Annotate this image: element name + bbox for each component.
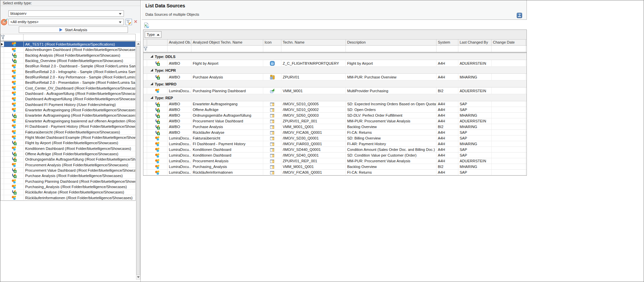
row-indicator	[1, 107, 4, 112]
filter-cell-description[interactable]	[346, 46, 436, 52]
help-icon[interactable]: ?	[517, 13, 522, 18]
entity-type-dropdown[interactable]: <All entity types>	[8, 19, 124, 25]
filter-cell-techn-name[interactable]	[281, 46, 346, 52]
analysis-workbook-icon	[4, 113, 24, 118]
column-header-object-icon[interactable]	[147, 40, 168, 45]
cell-analyzed-object-techn-name: Procurement Value Dashboard	[191, 118, 263, 124]
data-source-row[interactable]: LumiraDocu...Konditionen Dashboard/IMO/V…	[143, 153, 526, 158]
group-row[interactable]: Type: REP	[143, 94, 526, 101]
entity-list-item[interactable]: Flight by Airport (/Root Folder/bluetell…	[1, 140, 135, 146]
filter-cell-system[interactable]	[436, 46, 458, 52]
clear-filter-icon[interactable]: ✕	[133, 19, 138, 24]
entity-list-item[interactable]: Dashboard Auftragserfüllung (/Root Folde…	[1, 96, 135, 102]
entity-list-item[interactable]: Backlog Analysis (/Root Folder/bluetelli…	[1, 53, 135, 58]
group-row[interactable]: Type: DDLS	[143, 53, 526, 60]
entity-list-item[interactable]: Erwarteter Auftragseingang basierend auf…	[1, 118, 135, 124]
column-header-description[interactable]: Description	[346, 40, 436, 45]
entity-list-item[interactable]: BestRun Retail 2.0 - Dashboard - Sample …	[1, 63, 135, 69]
data-source-row[interactable]: LumiraDocu...Rückläuferinformationen/IMO…	[143, 170, 526, 175]
group-expanded-icon[interactable]	[150, 55, 153, 58]
data-source-row[interactable]: AWBOProcurement Value DashboardZPURV01_R…	[143, 118, 526, 124]
cell-last-changed-by: SAP	[458, 147, 492, 152]
chevron-down-icon[interactable]	[119, 21, 122, 23]
data-source-row[interactable]: LumiraDocu...Purchasing_AnalysisVMM_M001…	[143, 164, 526, 170]
entity-list-item[interactable]: Purchase Analysis (/Root Folder/bluetell…	[1, 173, 135, 178]
entity-list-item[interactable]: Offene Aufträge (/Root Folder/bluetellig…	[1, 151, 135, 157]
entity-list-item[interactable]: Abschreibungen Dashboard (/Root Folder/b…	[1, 47, 135, 52]
entity-list-item[interactable]: Dashboard - Auftragserfüllung (/Root Fol…	[1, 91, 135, 96]
entity-label: BestRunRetail 2.0 - Presentation - Sampl…	[24, 80, 135, 85]
entity-list-item[interactable]: Erwarteter Auftragseingang (/Root Folder…	[1, 113, 135, 118]
group-expanded-icon[interactable]	[150, 82, 153, 85]
data-source-row[interactable]: LumiraDocu...Procurement AnalysisZPURV01…	[143, 158, 526, 164]
entity-list-item[interactable]: BestRunRetail 2.0 - Presentation - Sampl…	[1, 80, 135, 85]
entity-list-item[interactable]: Purchasing_Analysis (/Root Folder/bluete…	[1, 184, 135, 189]
filter-icon[interactable]	[1, 35, 5, 39]
filter-cell-change-date[interactable]	[492, 46, 526, 52]
entity-list-item[interactable]: AK_TEST1 (/Root Folder/bluetelligence/Sp…	[1, 42, 135, 47]
start-analysis-button[interactable]: Start Analysis	[19, 26, 128, 33]
group-expanded-icon[interactable]	[150, 96, 153, 99]
scroll-down-icon[interactable]	[136, 275, 140, 279]
group-by-type-button[interactable]: Type	[145, 31, 162, 38]
chevron-down-icon[interactable]	[119, 13, 122, 15]
group-row[interactable]: Type: HCPR	[143, 67, 526, 74]
entity-list-item[interactable]: Konditionen Dashboard (/Root Folder/blue…	[1, 146, 135, 151]
entity-list-item[interactable]: Procurement Value Dashboard (/Root Folde…	[1, 168, 135, 173]
entity-list-item[interactable]: Erwarteter Auftragseingang (/Root Folder…	[1, 107, 135, 113]
export-excel-icon[interactable]: X	[143, 22, 149, 29]
group-row[interactable]: Type: MPRO	[143, 80, 526, 88]
column-header-icon[interactable]: Icon	[263, 40, 281, 45]
entity-list-item[interactable]: Procurement Analysis (/Root Folder/bluet…	[1, 162, 135, 168]
data-source-row[interactable]: AWBOPurchase AnalysisVMM_M001_Q001Backlo…	[143, 124, 526, 130]
query-icon	[263, 164, 281, 169]
column-header-techn-name[interactable]: Techn. Name	[281, 40, 346, 45]
scroll-up-icon[interactable]	[136, 42, 140, 46]
cell-system: A4H	[436, 141, 458, 147]
filter-cell-row-indicator[interactable]	[143, 46, 147, 52]
data-source-row[interactable]: AWBOFlight by AirportDZ_C_FLIGHTBYAIRPOR…	[143, 60, 526, 67]
lumira-document-icon	[4, 118, 24, 123]
entity-list-item[interactable]: Rückläuferinformationen (/Root Folder/bl…	[1, 195, 135, 201]
list-header-icon-column[interactable]	[4, 34, 24, 41]
data-source-row[interactable]: AWBORückläufer Analyse/IMO/V_FICA06_Q000…	[143, 130, 526, 135]
entity-list-item[interactable]: Rückläufer Analyse (/Root Folder/bluetel…	[1, 189, 135, 195]
entity-list-item[interactable]: Dashboard FI Payment History (/User Fold…	[1, 102, 135, 107]
data-source-row[interactable]: AWBOOffene Aufträge/IMO/V_SD10_Q0002SD: …	[143, 107, 526, 113]
data-source-row[interactable]: AWBOOrdnungsgemäße Auftragserfüllung/IMO…	[143, 113, 526, 118]
filter-cell-analyzed-object[interactable]	[168, 46, 191, 52]
filter-cell-object-icon[interactable]	[147, 46, 168, 52]
entity-label: Purchase Analysis (/Root Folder/bluetell…	[24, 173, 135, 178]
data-source-row[interactable]: LumiraDocu...Purchasing Planning Dashboa…	[143, 88, 526, 94]
entity-list-item[interactable]: BestRunRetail 2.0 - Key Peformance - Sam…	[1, 74, 135, 80]
entity-list-item[interactable]: BestRunRetail 2.0 - Infographic - Sample…	[1, 69, 135, 74]
data-source-row[interactable]: LumiraDocu...Fakturaübersicht/IMO/V_SD30…	[143, 135, 526, 141]
entity-list-item[interactable]: Purchasing Planning Dashboard (/Root Fol…	[1, 179, 135, 184]
column-header-last-changed-by[interactable]: Last Changed By	[458, 40, 492, 45]
column-header-row-indicator[interactable]	[143, 40, 147, 45]
filter-cell-analyzed-object-techn-name[interactable]	[191, 46, 263, 52]
cell-row-indicator	[143, 101, 147, 107]
data-source-row[interactable]: AWBOPurchase AnalysisZPURV01MM-PUR: Purc…	[143, 74, 526, 80]
entity-list-item[interactable]: Backlog_Overview (/Root Folder/bluetelli…	[1, 58, 135, 63]
entity-list-item[interactable]: Cost_Center_OV_Dashboard (/Root Folder/b…	[1, 86, 135, 91]
entity-list-item[interactable]: Flight Model Dashboard Example (/Root Fo…	[1, 135, 135, 140]
list-header-name-column[interactable]	[24, 34, 135, 41]
column-header-system[interactable]: System	[436, 40, 458, 45]
column-header-change-date[interactable]: Change Date	[492, 40, 526, 45]
data-source-row[interactable]: LumiraDocu...Konditionen Dashboard/IMO/V…	[143, 147, 526, 153]
column-header-analyzed-object-techn-name[interactable]: Analyzed Object Techn. Name	[191, 40, 263, 45]
group-expanded-icon[interactable]	[150, 69, 153, 71]
data-source-row[interactable]: AWBOErwarteter Auftragseingang/IMO/V_SD1…	[143, 101, 526, 107]
entity-list-item[interactable]: Ordnungsgemäße Auftragserfüllung (/Root …	[1, 157, 135, 162]
filter-cell-last-changed-by[interactable]	[458, 46, 492, 52]
column-header-analyzed-object[interactable]: Analyzed Ob...	[168, 40, 191, 45]
edit-filter-icon[interactable]	[126, 19, 132, 25]
data-source-row[interactable]: LumiraDocu...FI Dashboard - Payment Hist…	[143, 141, 526, 147]
list-scrollbar[interactable]	[136, 41, 140, 280]
entity-list-item[interactable]: FI Dashboard - Payment History (/Root Fo…	[1, 124, 135, 129]
scrollbar-thumb[interactable]	[136, 46, 140, 275]
filter-cell-icon[interactable]	[263, 46, 281, 52]
server-dropdown[interactable]: btsapserv	[8, 10, 124, 17]
entity-list-item[interactable]: Fakturaübersicht (/Root Folder/bluetelli…	[1, 129, 135, 135]
